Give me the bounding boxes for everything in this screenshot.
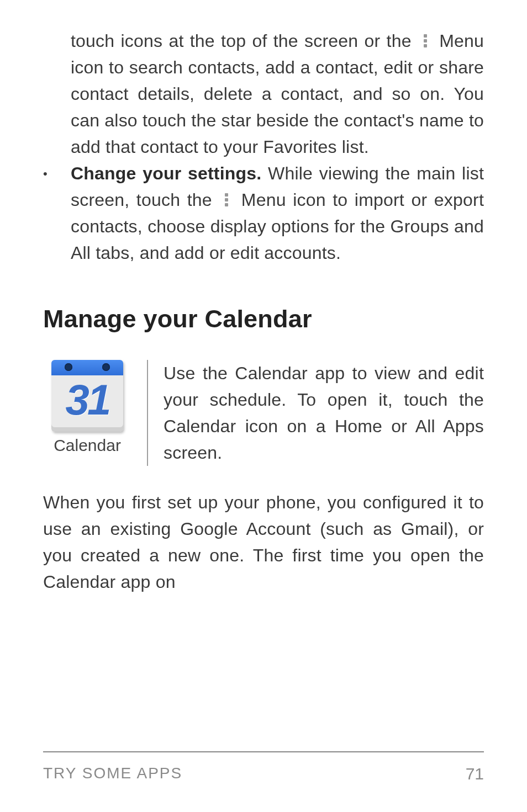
bullet-body: Change your settings. While viewing the … <box>71 160 484 266</box>
bullet-heading: Change your settings. <box>71 163 261 183</box>
calendar-intro-row: 31 Calendar Use the Calendar app to view… <box>43 360 484 466</box>
calendar-intro-text: Use the Calendar app to view and edit yo… <box>148 360 484 466</box>
continuation-paragraph: touch icons at the top of the screen or … <box>71 28 484 160</box>
footer-page-number: 71 <box>466 765 484 783</box>
calendar-icon-block: 31 Calendar <box>43 360 148 466</box>
text: touch icons at the top of the screen or … <box>71 31 418 51</box>
overflow-menu-icon <box>420 33 431 49</box>
calendar-icon-caption: Calendar <box>43 436 131 455</box>
calendar-setup-paragraph: When you first set up your phone, you co… <box>43 489 484 595</box>
bullet-marker: • <box>43 160 71 266</box>
overflow-menu-icon <box>221 192 232 208</box>
footer-section-label: TRY SOME APPS <box>43 765 182 783</box>
page-footer: TRY SOME APPS 71 <box>43 751 484 783</box>
section-heading: Manage your Calendar <box>43 305 484 333</box>
calendar-icon: 31 <box>51 360 123 432</box>
bullet-item-change-settings: • Change your settings. While viewing th… <box>43 160 484 266</box>
calendar-icon-number: 31 <box>51 373 123 426</box>
